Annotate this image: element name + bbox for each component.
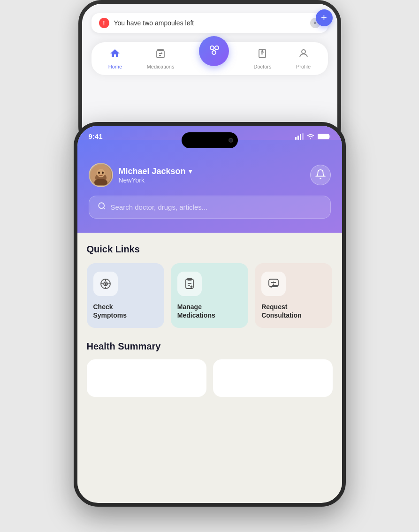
phone2-body: Quick Links (77, 233, 342, 486)
dynamic-island (182, 132, 238, 148)
symptoms-icon-wrapper (93, 272, 118, 296)
svg-point-5 (215, 46, 219, 50)
bottom-nav: Home Medications (91, 42, 328, 75)
status-time: 9:41 (89, 132, 103, 140)
signal-icon (295, 133, 304, 140)
quick-links-title: Quick Links (87, 244, 333, 255)
medications-label: ManageMedications (177, 303, 215, 319)
camera-dot (229, 138, 233, 143)
svg-point-6 (212, 51, 216, 54)
medications-card-icon (183, 277, 196, 290)
user-info[interactable]: Michael Jackson ▾ NewYork (89, 163, 192, 187)
nav-medications[interactable]: Medications (147, 48, 175, 69)
health-card-2[interactable] (213, 359, 333, 397)
svg-rect-13 (295, 137, 297, 140)
svg-point-43 (273, 282, 274, 283)
profile-icon (298, 48, 309, 62)
wifi-icon (306, 133, 315, 140)
svg-rect-1 (157, 51, 164, 58)
nav-profile-label: Profile (296, 64, 311, 69)
svg-rect-14 (297, 136, 299, 140)
chevron-down-icon: ▾ (189, 167, 192, 175)
symptoms-icon (99, 277, 112, 290)
home-icon (109, 48, 121, 62)
nav-center-icon (207, 43, 221, 59)
quick-link-medications[interactable]: ManageMedications (171, 263, 248, 328)
nav-medications-label: Medications (147, 64, 175, 69)
svg-point-12 (302, 50, 305, 53)
bell-icon (315, 169, 326, 182)
svg-point-29 (105, 283, 106, 285)
header-top: Michael Jackson ▾ NewYork (89, 163, 331, 187)
symptoms-label: CheckSymptoms (93, 303, 127, 319)
health-cards-row (87, 359, 333, 397)
nav-doctors[interactable]: Doctors (254, 48, 272, 69)
status-icons (295, 133, 331, 140)
user-details: Michael Jackson ▾ NewYork (119, 167, 192, 184)
consultation-label: RequestConsultation (261, 303, 302, 319)
svg-line-26 (103, 207, 105, 209)
quick-link-symptoms[interactable]: CheckSymptoms (87, 263, 164, 328)
search-icon (98, 202, 106, 213)
svg-rect-17 (318, 134, 329, 139)
user-name: Michael Jackson ▾ (119, 167, 192, 176)
battery-icon (318, 133, 331, 140)
add-button[interactable]: + (316, 9, 333, 26)
nav-doctors-label: Doctors (254, 64, 272, 69)
nav-center-button[interactable] (199, 36, 229, 66)
alert-warning-icon: ! (99, 18, 109, 28)
svg-point-4 (210, 46, 214, 50)
svg-point-22 (98, 172, 100, 174)
quick-link-consultation[interactable]: RequestConsultation (255, 263, 332, 328)
search-bar[interactable]: Search doctor, drugs, articles... (89, 196, 331, 219)
svg-point-25 (99, 203, 104, 208)
svg-point-11 (262, 51, 263, 52)
phone2-header: Michael Jackson ▾ NewYork (77, 140, 342, 233)
avatar (89, 163, 113, 187)
svg-rect-16 (302, 133, 304, 140)
alert-bar: ! You have two ampoules left × + (91, 13, 328, 33)
doctors-icon (257, 48, 268, 62)
consultation-icon-wrapper (261, 272, 286, 296)
avatar-image (91, 165, 111, 185)
medications-icon (155, 48, 166, 62)
svg-point-21 (97, 169, 105, 177)
user-location: NewYork (119, 176, 192, 184)
alert-left: ! You have two ampoules left (99, 18, 194, 28)
svg-point-23 (102, 172, 104, 174)
user-name-text: Michael Jackson (119, 167, 186, 176)
medications-icon-wrapper (177, 272, 202, 296)
nav-home[interactable]: Home (108, 48, 122, 69)
nav-profile[interactable]: Profile (296, 48, 311, 69)
nav-home-label: Home (108, 64, 122, 69)
health-card-1[interactable] (87, 359, 206, 397)
search-placeholder: Search doctor, drugs, articles... (111, 203, 208, 211)
quick-links-grid: CheckSymptoms (87, 263, 333, 328)
svg-rect-15 (300, 134, 301, 140)
consultation-icon (267, 277, 280, 290)
phone2-wrapper: 9:41 (74, 122, 346, 507)
notification-button[interactable] (310, 165, 331, 185)
health-summary-title: Health Summary (87, 341, 333, 352)
alert-text: You have two ampoules left (114, 19, 194, 27)
svg-rect-18 (329, 135, 330, 137)
phone2: 9:41 (74, 122, 346, 507)
